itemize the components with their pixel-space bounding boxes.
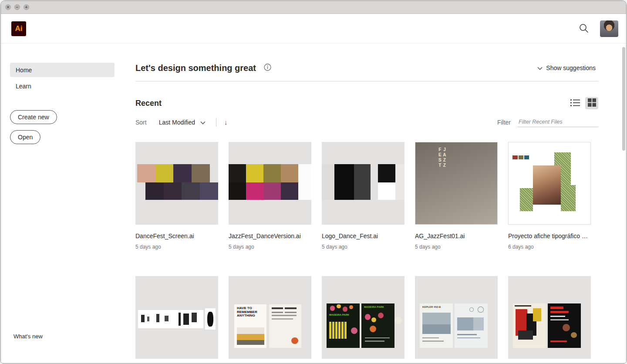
artwork-shape — [263, 164, 281, 182]
scrollbar-thumb[interactable] — [622, 47, 625, 151]
file-modified: 5 days ago — [322, 244, 405, 250]
artwork-shape — [173, 164, 192, 182]
file-thumbnail[interactable]: HAVE TO REMEMBER ANYTHING — [229, 276, 311, 359]
sidebar-item-label: Home — [16, 67, 32, 74]
file-thumbnail[interactable] — [135, 276, 218, 359]
artwork-shape — [281, 164, 298, 182]
user-avatar[interactable] — [600, 20, 618, 37]
artwork-shape — [550, 316, 565, 317]
grid-view-button[interactable] — [585, 97, 598, 109]
show-suggestions-toggle[interactable]: Show suggestions — [535, 64, 598, 72]
file-card[interactable]: HAVE TO REMEMBER ANYTHING — [229, 276, 311, 359]
filter-group: Filter — [497, 117, 598, 127]
search-icon — [579, 23, 589, 34]
file-modified: 6 days ago — [508, 244, 591, 250]
sort-direction-button[interactable]: ↓ — [222, 118, 230, 127]
search-button[interactable] — [577, 21, 590, 36]
artwork-shape — [457, 334, 477, 335]
artwork-shape — [334, 164, 354, 200]
artwork-shape — [378, 182, 395, 200]
file-thumbnail[interactable]: KEPLER 452-B — [415, 276, 498, 359]
artwork-shape — [550, 307, 563, 309]
sort-dropdown[interactable]: Last Modified — [156, 118, 208, 126]
artwork-shape — [165, 316, 169, 321]
open-button[interactable]: Open — [10, 130, 40, 144]
artwork-shape — [343, 307, 347, 311]
page-title: Let's design something great — [135, 63, 256, 73]
close-window-icon[interactable]: × — [5, 4, 11, 10]
list-view-button[interactable] — [569, 97, 582, 109]
artwork-shape — [246, 164, 263, 182]
artwork-shape — [156, 314, 160, 322]
poster-text: MADEIRA PARK — [329, 313, 351, 318]
recent-files-grid: DanceFest_Screen.ai5 days agoJazzFest_Da… — [135, 142, 598, 359]
file-card[interactable]: JAZZ FESTAG_JazzFest01.ai5 days ago — [415, 142, 498, 250]
file-card[interactable]: JazzFest_DanceVersion.ai5 days ago — [229, 142, 311, 250]
artwork-shape — [263, 182, 281, 200]
file-name: AG_JazzFest01.ai — [415, 233, 498, 239]
file-card[interactable] — [508, 276, 591, 359]
zoom-window-icon[interactable]: + — [24, 4, 29, 10]
artwork-shape — [272, 315, 297, 316]
file-card[interactable]: Logo_Dance_Fest.ai5 days ago — [322, 142, 405, 250]
file-thumbnail[interactable]: JAZZ FEST — [415, 142, 498, 225]
artwork-shape — [524, 155, 529, 159]
file-name: JazzFest_DanceVersion.ai — [229, 233, 311, 239]
filter-recent-files-input[interactable] — [518, 117, 598, 127]
file-thumbnail[interactable] — [229, 142, 311, 225]
artwork-shape — [469, 307, 474, 312]
file-thumbnail[interactable] — [508, 142, 591, 225]
artwork-shape — [330, 306, 335, 310]
file-name: Proyecto afiche tipográfico Sof... — [508, 233, 591, 239]
hero-info-button[interactable] — [262, 62, 273, 74]
content-area: Home Learn Create new Open What's new Le… — [1, 44, 626, 364]
whats-new-link[interactable]: What's new — [13, 333, 43, 340]
sort-value: Last Modified — [159, 119, 195, 126]
artwork-shape — [550, 340, 567, 342]
hero-divider — [135, 81, 598, 81]
file-thumbnail[interactable] — [135, 142, 218, 225]
show-suggestions-label: Show suggestions — [546, 64, 596, 71]
file-card[interactable]: Proyecto afiche tipográfico Sof...6 days… — [508, 142, 591, 250]
artwork-shape — [519, 155, 523, 159]
artwork-shape — [272, 318, 293, 320]
filter-label: Filter — [497, 119, 511, 126]
sort-label: Sort — [135, 119, 147, 126]
artwork-shape — [365, 340, 385, 342]
artwork-shape — [422, 337, 439, 339]
file-thumbnail[interactable]: MADEIRA PARKMADEIRA PARK — [322, 276, 405, 359]
artwork-shape — [365, 314, 371, 320]
minimize-window-icon[interactable]: − — [14, 4, 20, 10]
file-thumbnail[interactable] — [508, 276, 591, 359]
artwork-shape — [207, 312, 213, 327]
sidebar-item-label: Learn — [16, 83, 31, 90]
artwork-shape — [365, 337, 390, 339]
artwork-shape — [179, 313, 181, 326]
artwork-shape — [272, 312, 283, 313]
artwork-shape — [533, 165, 561, 205]
file-card[interactable]: DanceFest_Screen.ai5 days ago — [135, 142, 218, 250]
hero-row: Let's design something great Show sugges… — [135, 62, 598, 74]
artwork-shape — [422, 340, 444, 342]
file-thumbnail[interactable] — [322, 142, 405, 225]
view-toggles — [569, 97, 598, 109]
file-modified: 5 days ago — [229, 244, 311, 250]
sidebar-item-learn[interactable]: Learn — [10, 79, 115, 93]
artwork-shape — [298, 164, 311, 200]
chevron-down-icon — [200, 119, 206, 126]
artwork-shape — [337, 304, 341, 309]
artwork-shape — [291, 337, 298, 344]
file-card[interactable]: MADEIRA PARKMADEIRA PARK — [322, 276, 405, 359]
artwork-shape — [229, 164, 246, 182]
file-card[interactable] — [135, 276, 218, 359]
sidebar-item-home[interactable]: Home — [10, 63, 115, 77]
artwork-shape — [550, 319, 569, 320]
create-new-button[interactable]: Create new — [10, 110, 57, 124]
artwork-shape — [155, 164, 174, 182]
file-card[interactable]: KEPLER 452-B — [415, 276, 498, 359]
artwork-shape — [192, 164, 210, 182]
sidebar: Home Learn Create new Open What's new — [1, 44, 127, 364]
artwork-shape — [182, 182, 200, 200]
artwork-shape — [354, 164, 371, 200]
vertical-scrollbar[interactable] — [622, 44, 626, 363]
